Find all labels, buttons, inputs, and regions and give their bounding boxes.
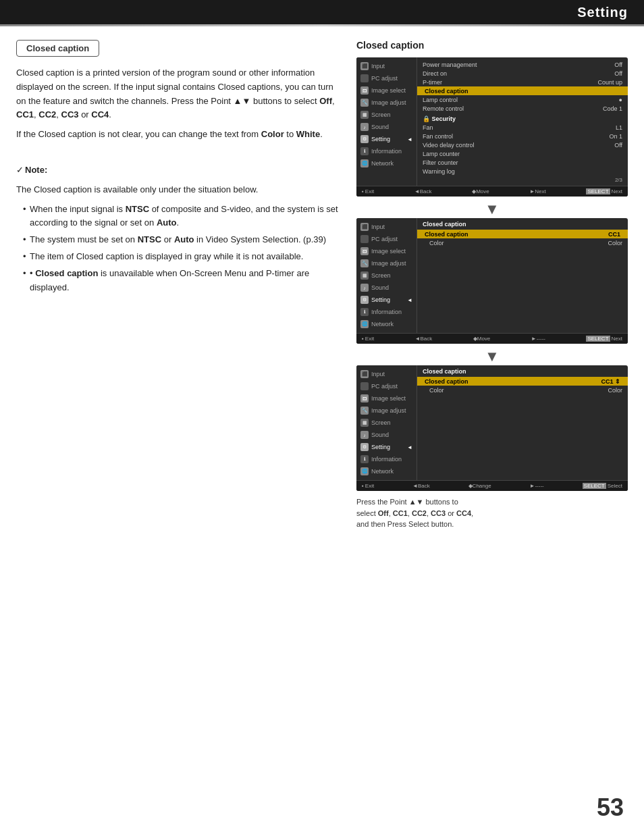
caption-area: Press the Point ▲▼ buttons to select Off… <box>356 496 628 530</box>
footer-move-2: ◆Move <box>473 336 491 342</box>
p2-sidebar-screen: ▦ Screen <box>356 269 417 282</box>
p2-screen-icon: ▦ <box>360 271 369 280</box>
information-icon: ℹ <box>360 147 369 155</box>
panel-1: ⬛ Input PC adjust 🖼 Image select 🔧 Image… <box>356 57 628 197</box>
panel-3: ⬛ Input PC adjust 🖼 Image select 🔧 Image… <box>356 365 628 491</box>
sidebar-pcadjust: PC adjust <box>356 72 417 84</box>
input-icon: ⬛ <box>360 62 369 70</box>
panel1-sidebar: ⬛ Input PC adjust 🖼 Image select 🔧 Image… <box>356 57 417 186</box>
page-indicator-1: 2/3 <box>423 177 622 183</box>
sidebar-screen: ▦ Screen <box>356 109 417 121</box>
imageadjust-icon: 🔧 <box>360 99 369 107</box>
page-number: 53 <box>597 793 624 822</box>
note-title: Note: <box>16 163 340 178</box>
select-icon-3: SELECT <box>583 483 606 489</box>
row-fan-control: Fan controlOn 1 <box>423 132 622 140</box>
page-header: Setting <box>0 0 644 24</box>
row-lamp-counter: Lamp counter <box>423 149 622 158</box>
p2-imageselect-icon: 🖼 <box>360 247 369 255</box>
right-section-title: Closed caption <box>356 40 628 51</box>
footer-exit-3: ▪Exit <box>362 483 374 489</box>
footer-dash-2: ►----- <box>531 336 545 342</box>
row-lamp-control: Lamp control● <box>423 95 622 104</box>
p3-information-icon: ℹ <box>360 455 369 463</box>
main-content: Closed caption Closed caption is a print… <box>0 26 644 530</box>
p3-screen-icon: ▦ <box>360 419 369 427</box>
panel1-footer: ▪Exit ◄Back ◆Move ►Next SELECT Next <box>356 186 628 197</box>
p3-sidebar-imageselect: 🖼 Image select <box>356 392 417 405</box>
footer-move-1: ◆Move <box>472 188 489 194</box>
panel1-main: Power managementOff Direct onOff P-timer… <box>417 57 628 186</box>
p3-sidebar-imageadjust: 🔧 Image adjust <box>356 405 417 417</box>
row-remote-control: Remote controlCode 1 <box>423 104 622 113</box>
footer-exit-1: ▪Exit <box>362 188 374 194</box>
note-intro: The Closed caption is available only und… <box>16 183 340 197</box>
select-icon-1: SELECT <box>586 188 610 194</box>
select-icon-2: SELECT <box>586 336 610 342</box>
p2-row-color: ColorColor <box>423 238 622 247</box>
footer-next-1: ►Next <box>529 188 545 194</box>
footer-select-2: SELECT Next <box>586 336 622 342</box>
sidebar-information: ℹ Information <box>356 145 417 157</box>
row-warning-log: Warning log <box>423 167 622 176</box>
p2-pcadjust-icon <box>360 235 369 243</box>
panel-2: ⬛ Input PC adjust 🖼 Image select 🔧 Image… <box>356 218 628 344</box>
p3-sidebar-setting: ⚙ Setting <box>356 441 417 453</box>
note-list: When the input signal is NTSC of composi… <box>16 203 340 295</box>
footer-select-3: SELECT Select <box>583 483 622 489</box>
p3-imageadjust-icon: 🔧 <box>360 407 369 415</box>
p2-setting-icon: ⚙ <box>360 296 369 304</box>
p3-pcadjust-icon <box>360 382 369 390</box>
arrow-1: ▼ <box>356 202 628 217</box>
note-item-3: The item of Closed caption is displayed … <box>23 250 340 264</box>
panel3-sidebar: ⬛ Input PC adjust 🖼 Image select 🔧 Image… <box>356 365 417 480</box>
footer-change-3: ◆Change <box>468 483 491 489</box>
p2-imageadjust-icon: 🔧 <box>360 259 369 267</box>
p3-sidebar-information: ℹ Information <box>356 453 417 465</box>
panel2-main: Closed caption Closed captionCC1 ColorCo… <box>417 218 628 333</box>
p3-setting-icon: ⚙ <box>360 443 369 451</box>
intro-paragraph: Closed caption is a printed version of t… <box>16 66 340 122</box>
imageselect-icon: 🖼 <box>360 86 369 95</box>
closed-caption-badge: Closed caption <box>16 40 99 57</box>
arrow-2: ▼ <box>356 349 628 364</box>
menu-icon-2: ▪ <box>362 336 364 342</box>
note-item-1: When the input signal is NTSC of composi… <box>23 203 340 231</box>
sidebar-input: ⬛ Input <box>356 60 417 72</box>
row-direct-on: Direct onOff <box>423 69 622 78</box>
row-closed-caption: Closed caption <box>417 86 628 95</box>
p3-sidebar-network: 🌐 Network <box>356 465 417 477</box>
row-video-delay: Video delay controlOff <box>423 140 622 149</box>
p2-network-icon: 🌐 <box>360 320 369 328</box>
p2-sidebar-pcadjust: PC adjust <box>356 233 417 245</box>
sidebar-imageselect: 🖼 Image select <box>356 84 417 97</box>
p3-input-icon: ⬛ <box>360 370 369 378</box>
p2-input-icon: ⬛ <box>360 223 369 231</box>
row-fan: FanL1 <box>423 123 622 132</box>
panel3-title: Closed caption <box>423 368 622 375</box>
p2-information-icon: ℹ <box>360 308 369 316</box>
sidebar-sound: ♪ Sound <box>356 121 417 133</box>
note-section: Note: The Closed caption is available on… <box>16 163 340 294</box>
p3-network-icon: 🌐 <box>360 467 369 475</box>
p2-sidebar-sound: ♪ Sound <box>356 282 417 294</box>
menu-icon-3: ▪ <box>362 483 364 489</box>
panel3-main: Closed caption Closed captionCC1 ⇕ Color… <box>417 365 628 480</box>
color-paragraph: If the Closed caption is not clear, you … <box>16 128 340 142</box>
caption-line3: and then Press Select button. <box>356 520 454 528</box>
p2-sidebar-input: ⬛ Input <box>356 221 417 233</box>
caption-line1: Press the Point ▲▼ buttons to <box>356 498 458 506</box>
p2-sidebar-imageselect: 🖼 Image select <box>356 245 417 257</box>
pcadjust-icon <box>360 74 369 82</box>
p3-row-color: ColorColor <box>423 386 622 394</box>
panel2-sidebar: ⬛ Input PC adjust 🖼 Image select 🔧 Image… <box>356 218 417 333</box>
row-filter-counter: Filter counter <box>423 158 622 167</box>
panel3-footer: ▪Exit ◄Back ◆Change ►----- SELECT Select <box>356 480 628 491</box>
right-column: Closed caption ⬛ Input PC adjust 🖼 Image… <box>356 40 628 530</box>
p2-sound-icon: ♪ <box>360 284 369 292</box>
p2-sidebar-setting: ⚙ Setting <box>356 294 417 306</box>
footer-back-2: ◄Back <box>415 336 433 342</box>
screen-icon: ▦ <box>360 111 369 119</box>
menu-icon-1: ▪ <box>362 188 364 194</box>
p3-sidebar-screen: ▦ Screen <box>356 417 417 429</box>
